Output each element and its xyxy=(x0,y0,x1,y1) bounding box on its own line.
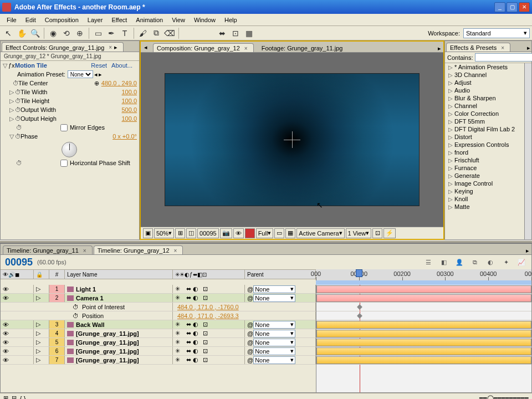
switch-icon[interactable]: ✳ xyxy=(175,330,180,337)
layer-row[interactable]: 👁▷3Back Wall✳ ⬌ ◐ ⊡@ None▾ xyxy=(1,320,316,329)
fast-preview-icon[interactable]: ⚡ xyxy=(383,228,396,238)
frame-blend-icon[interactable]: ⧉ xyxy=(469,257,480,268)
close-icon[interactable]: × xyxy=(81,248,86,254)
crosshair-icon[interactable]: ⊕ xyxy=(94,80,101,87)
timeline-tab-active[interactable]: Timeline: Grunge_gray_12 × xyxy=(94,245,183,254)
switch-icon[interactable]: ✳ xyxy=(175,321,180,328)
effects-category-item[interactable]: ▷Frischluft xyxy=(445,156,524,164)
brackets-icon[interactable]: { } xyxy=(20,395,25,400)
motion-blur-switch[interactable]: ◐ xyxy=(193,347,198,355)
3d-layer-icon[interactable]: ⊡ xyxy=(203,294,208,301)
effects-category-item[interactable]: ▷Generate xyxy=(445,172,524,180)
stopwatch-icon[interactable]: ⏱ xyxy=(15,98,21,104)
effects-category-item[interactable]: ▷DFT 55mm xyxy=(445,117,524,125)
layer-track[interactable] xyxy=(316,347,531,356)
panel-menu-icon[interactable]: ▸ xyxy=(527,44,530,52)
video-toggle[interactable]: 👁 xyxy=(3,286,9,293)
property-track[interactable] xyxy=(316,311,531,320)
menu-animation[interactable]: Animation xyxy=(131,16,167,24)
3d-layer-icon[interactable]: ⊡ xyxy=(203,356,208,364)
pickwhip-icon[interactable]: @ xyxy=(247,339,253,346)
3d-layer-icon[interactable]: ⊡ xyxy=(203,330,208,337)
video-toggle[interactable]: 👁 xyxy=(3,295,9,301)
maximize-button[interactable]: ▢ xyxy=(507,2,518,12)
text-tool[interactable]: T xyxy=(119,27,131,39)
parent-select[interactable]: None▾ xyxy=(253,339,295,346)
3d-layer-icon[interactable]: ⊡ xyxy=(203,285,208,293)
layer-track[interactable] xyxy=(316,320,531,329)
roi-icon[interactable]: ▭ xyxy=(274,228,284,238)
parent-select[interactable]: None▾ xyxy=(253,285,295,293)
expand-icon[interactable]: ▷ xyxy=(9,106,15,114)
prev-preset-icon[interactable]: ◂ xyxy=(93,71,99,78)
layer-row[interactable]: 👁▷4[Grunge_gray_11.jpg]✳ ⬌ ◐ ⊡@ None▾ xyxy=(1,329,316,338)
zoom-select[interactable]: 50% ▾ xyxy=(154,228,174,238)
menu-file[interactable]: File xyxy=(2,16,21,24)
minimize-button[interactable]: _ xyxy=(494,2,505,12)
menu-edit[interactable]: Edit xyxy=(21,16,40,24)
next-preset-icon[interactable]: ▸ xyxy=(99,71,102,78)
effects-category-item[interactable]: ▷Furnace xyxy=(445,164,524,172)
toggle-switches-icon[interactable]: ⊞ xyxy=(3,395,8,399)
effects-category-item[interactable]: ▷Blur & Sharpen xyxy=(445,94,524,102)
parent-select[interactable]: None▾ xyxy=(253,321,295,329)
switch-icon[interactable]: ✳ xyxy=(175,285,180,293)
3d-layer-icon[interactable]: ⊡ xyxy=(203,321,208,328)
graph-editor-icon[interactable]: 📈 xyxy=(516,257,527,268)
stopwatch-icon[interactable]: ⏱ xyxy=(16,160,22,166)
panel-menu-icon[interactable]: ▸ xyxy=(114,44,117,51)
scrollbar[interactable] xyxy=(524,63,531,239)
parent-select[interactable]: None▾ xyxy=(253,356,295,364)
video-toggle[interactable]: 👁 xyxy=(3,357,9,364)
pickwhip-icon[interactable]: @ xyxy=(247,348,253,355)
video-toggle[interactable]: 👁 xyxy=(3,339,9,346)
hide-shy-icon[interactable]: 👤 xyxy=(454,257,465,268)
video-toggle[interactable]: 👁 xyxy=(3,348,9,355)
motion-blur-switch[interactable]: ◐ xyxy=(193,285,198,293)
3d-switch-icon[interactable]: ⬌ xyxy=(186,285,191,293)
close-icon[interactable]: × xyxy=(499,45,504,51)
effects-category-item[interactable]: ▷* Animation Presets xyxy=(445,63,524,71)
layer-row[interactable]: 👁▷6[Grunge_gray_11.jpg]✳ ⬌ ◐ ⊡@ None▾ xyxy=(1,347,316,356)
snap-icon[interactable]: ⊡ xyxy=(229,27,242,39)
safe-zones-icon[interactable]: ⊞ xyxy=(175,228,185,238)
motion-blur-icon[interactable]: ◐ xyxy=(485,257,496,268)
grid-icon[interactable]: ▦ xyxy=(243,27,255,39)
composition-viewer[interactable]: ↖ xyxy=(141,53,443,227)
effects-category-item[interactable]: ▷Adjust xyxy=(445,79,524,86)
clone-tool[interactable]: ⧉ xyxy=(150,27,162,39)
phase-dial[interactable] xyxy=(62,142,77,157)
effects-category-item[interactable]: ▷Image Control xyxy=(445,180,524,187)
selection-tool[interactable]: ↖ xyxy=(2,27,14,39)
stopwatch-icon[interactable]: ⏱ xyxy=(73,313,79,319)
layer-row[interactable]: 👁▷7[Grunge_gray_11.jpg]✳ ⬌ ◐ ⊡@ None▾ xyxy=(1,356,316,365)
effects-category-item[interactable]: ▷DFT Digital Film Lab 2 xyxy=(445,125,524,133)
time-ruler[interactable]: 000001000020000300004000050 xyxy=(316,269,531,285)
zoom-tool[interactable]: 🔍 xyxy=(29,27,41,39)
show-snapshot-icon[interactable]: 👁 xyxy=(233,228,244,238)
composition-tab[interactable]: Composition: Grunge_gray_12 × xyxy=(153,43,254,52)
effects-search-input[interactable] xyxy=(475,53,532,62)
layer-bar[interactable] xyxy=(316,294,531,302)
hand-tool[interactable]: ✋ xyxy=(16,27,28,39)
prev-comp-icon[interactable]: ◂ xyxy=(143,43,149,52)
motion-blur-switch[interactable]: ◐ xyxy=(193,339,198,346)
about-link[interactable]: About... xyxy=(111,62,137,69)
close-icon[interactable]: × xyxy=(106,44,112,50)
layer-bar[interactable] xyxy=(316,321,531,329)
layer-track[interactable] xyxy=(316,329,531,338)
prop-value[interactable]: 100.0 xyxy=(121,115,137,122)
stopwatch-icon[interactable]: ⏱ xyxy=(13,80,18,86)
layer-track[interactable] xyxy=(316,285,531,294)
effects-category-item[interactable]: ▷3D Channel xyxy=(445,71,524,79)
transparency-icon[interactable]: ▦ xyxy=(285,228,295,238)
toggle-modes-icon[interactable]: ⊟ xyxy=(12,395,17,399)
pickwhip-icon[interactable]: @ xyxy=(247,286,253,293)
axis-mode-icon[interactable]: ⬌ xyxy=(216,27,228,39)
expand-icon[interactable]: ▷ xyxy=(36,321,40,328)
pickwhip-icon[interactable]: @ xyxy=(247,357,253,364)
eraser-tool[interactable]: ⌫ xyxy=(163,27,176,39)
effect-name[interactable]: Motion Tile xyxy=(15,62,49,69)
expand-icon[interactable]: ▷ xyxy=(9,115,15,122)
collapse-icon[interactable]: ▽ xyxy=(9,133,15,140)
